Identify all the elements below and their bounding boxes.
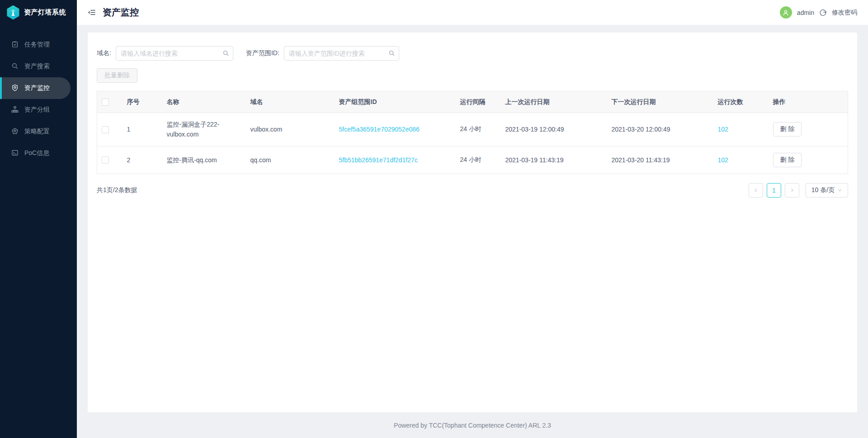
col-interval: 运行间隔 (456, 91, 501, 113)
chevron-left-icon (753, 188, 759, 193)
clipboard-check-icon (11, 41, 19, 49)
cell-name: 监控-漏洞盒子222-vulbox.com (162, 113, 246, 146)
col-scope-id: 资产组范围ID (335, 91, 456, 113)
app-title: 资产灯塔系统 (24, 8, 66, 17)
cell-next-run: 2021-03-20 12:00:49 (607, 113, 713, 146)
sidebar-item-label: PoC信息 (24, 149, 49, 157)
lighthouse-hexagon-icon (6, 5, 20, 20)
footer: Powered by TCC(Tophant Competence Center… (77, 412, 868, 438)
col-actions: 操作 (769, 91, 848, 113)
app-logo: 资产灯塔系统 (0, 0, 77, 25)
next-page-button[interactable] (785, 183, 799, 198)
row-checkbox[interactable] (102, 126, 109, 133)
sidebar-item-task-management[interactable]: 任务管理 (0, 34, 77, 56)
cell-domain: qq.com (246, 146, 335, 174)
sidebar-item-label: 任务管理 (24, 41, 50, 49)
cell-last-run: 2021-03-19 11:43:19 (501, 146, 607, 174)
footer-text: Powered by TCC(Tophant Competence Center… (394, 422, 551, 429)
cell-index: 2 (123, 146, 162, 174)
page-size-value: 10 条/页 (811, 186, 835, 194)
page-size-select[interactable]: 10 条/页 (806, 183, 848, 198)
cell-interval: 24 小时 (456, 146, 501, 174)
sidebar-menu: 任务管理 资产搜索 资产监控 (0, 34, 77, 164)
shield-icon (11, 84, 19, 93)
sidebar: 资产灯塔系统 任务管理 资产搜索 (0, 0, 77, 438)
topbar-user-area: admin 修改密码 (780, 6, 857, 19)
cell-index: 1 (123, 113, 162, 146)
monitor-card: 域名: 资产范围ID: (88, 33, 857, 412)
domain-search-wrap (116, 46, 233, 61)
cell-next-run: 2021-03-20 11:43:19 (607, 146, 713, 174)
sidebar-item-label: 策略配置 (24, 127, 50, 136)
table-header-row: 序号 名称 域名 资产组范围ID 运行间隔 上一次运行日期 下一次运行日期 运行… (97, 91, 848, 113)
col-next-run: 下一次运行日期 (607, 91, 713, 113)
cell-last-run: 2021-03-19 12:00:49 (501, 113, 607, 146)
logout-icon[interactable] (819, 9, 827, 16)
scope-id-filter-label: 资产范围ID: (246, 49, 279, 57)
delete-button[interactable]: 删 除 (773, 122, 802, 137)
search-icon (11, 62, 19, 71)
main-area: 资产监控 admin 修改密码 域名: (77, 0, 868, 438)
sidebar-item-asset-search[interactable]: 资产搜索 (0, 56, 77, 77)
top-bar: 资产监控 admin 修改密码 (77, 0, 868, 25)
cell-interval: 24 小时 (456, 113, 501, 146)
cell-name: 监控-腾讯-qq.com (162, 146, 246, 174)
pagination-controls: 1 10 条/页 (749, 183, 848, 198)
batch-delete-button[interactable]: 批量删除 (97, 68, 137, 83)
pentagon-seal-icon (11, 127, 19, 136)
select-all-checkbox[interactable] (102, 99, 109, 106)
filter-row: 域名: 资产范围ID: (97, 46, 848, 61)
col-run-count: 运行次数 (713, 91, 769, 113)
pagination-summary: 共1页/2条数据 (97, 186, 137, 194)
row-checkbox[interactable] (102, 156, 109, 164)
sidebar-item-label: 资产搜索 (24, 62, 50, 71)
cell-domain: vulbox.com (246, 113, 335, 146)
chevron-down-icon (837, 187, 842, 194)
run-count-link[interactable]: 102 (718, 156, 728, 164)
col-index: 序号 (123, 91, 162, 113)
page-number-button[interactable]: 1 (767, 183, 781, 198)
avatar (780, 6, 792, 19)
col-last-run: 上一次运行日期 (501, 91, 607, 113)
delete-button[interactable]: 删 除 (773, 153, 802, 167)
sidebar-item-poc-info[interactable]: PoC信息 (0, 142, 77, 164)
chevron-right-icon (789, 188, 795, 193)
table-row: 2 监控-腾讯-qq.com qq.com 5fb51bb26591e71df2… (97, 146, 848, 174)
terminal-icon (11, 149, 19, 158)
run-count-link[interactable]: 102 (718, 126, 728, 133)
sidebar-item-policy-config[interactable]: 策略配置 (0, 121, 77, 142)
username: admin (797, 9, 814, 16)
pagination: 共1页/2条数据 1 10 条/页 (97, 183, 848, 198)
domain-filter-label: 域名: (97, 49, 111, 57)
col-name: 名称 (162, 91, 246, 113)
monitor-table: 序号 名称 域名 资产组范围ID 运行间隔 上一次运行日期 下一次运行日期 运行… (97, 91, 848, 174)
scope-id-link[interactable]: 5fcef5a36591e7029052e086 (339, 126, 420, 133)
scope-id-search-wrap (284, 46, 399, 61)
change-password-link[interactable]: 修改密码 (832, 9, 857, 17)
scope-id-search-input[interactable] (284, 46, 399, 61)
col-domain: 域名 (246, 91, 335, 113)
domain-search-input[interactable] (116, 46, 233, 61)
sidebar-item-label: 资产分组 (24, 106, 50, 114)
prev-page-button[interactable] (749, 183, 763, 198)
table-row: 1 监控-漏洞盒子222-vulbox.com vulbox.com 5fcef… (97, 113, 848, 146)
sidebar-item-label: 资产监控 (24, 84, 50, 92)
sidebar-item-asset-grouping[interactable]: 资产分组 (0, 99, 77, 121)
sidebar-item-asset-monitoring[interactable]: 资产监控 (0, 77, 71, 99)
content-area: 域名: 资产范围ID: (77, 25, 868, 438)
page-title: 资产监控 (103, 6, 139, 19)
menu-fold-icon[interactable] (88, 8, 96, 17)
scope-id-link[interactable]: 5fb51bb26591e71df2d1f27c (339, 156, 418, 164)
org-chart-icon (11, 106, 19, 114)
